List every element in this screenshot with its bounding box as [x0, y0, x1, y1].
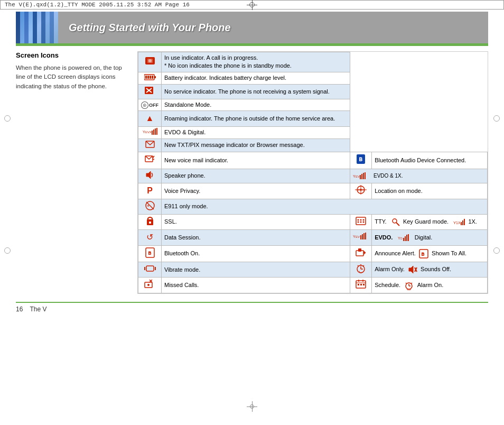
sounds-off-icon	[408, 265, 417, 274]
svg-point-45	[358, 221, 359, 223]
svg-line-82	[358, 265, 359, 266]
icon-description: Standalone Mode.	[162, 99, 350, 111]
svg-line-49	[396, 223, 399, 226]
screen-icons-table: In use indicator. A call is in progress.…	[138, 52, 488, 293]
left-description: Screen Icons When the phone is powered o…	[16, 51, 127, 294]
svg-text:D: D	[400, 237, 403, 240]
data-session-desc: Data Session.	[162, 230, 350, 245]
svg-point-44	[363, 219, 365, 220]
phone-in-use-icon	[145, 57, 155, 65]
svg-rect-29	[361, 174, 362, 179]
svg-point-2	[148, 59, 152, 62]
bluetooth-on-icon: ʙ	[145, 247, 155, 258]
svg-line-103	[406, 283, 407, 284]
crosshair-mark	[247, 0, 257, 10]
table-row: SSL.	[138, 214, 488, 229]
alarm-only-icon	[356, 264, 366, 273]
evdo-icon-row13: Y EV	[353, 233, 369, 240]
svg-point-46	[360, 221, 362, 223]
bottom-crosshair	[247, 401, 257, 412]
svg-rect-98	[360, 284, 362, 285]
table-row: Speaker phone. Y EV EVDO & 1X.	[138, 169, 488, 183]
icon-cell: ⊛ OFF	[138, 99, 162, 111]
table-row: In use indicator. A call is in progress.…	[138, 52, 488, 72]
crosshair-circle	[249, 2, 255, 7]
roaming-icon: ▲	[146, 114, 154, 123]
title-image	[16, 12, 58, 43]
icon-cell-evdo: Y EV	[350, 230, 372, 245]
icon-cell-bt: ʙ	[350, 152, 372, 169]
table-row: Battery indicator. Indicates battery cha…	[138, 72, 488, 84]
icon-description: New voice mail indicator.	[162, 152, 350, 169]
svg-point-47	[363, 221, 365, 223]
vibrate-desc: Vibrate mode.	[162, 262, 350, 278]
svg-rect-7	[150, 76, 151, 79]
no-service-icon	[144, 86, 156, 95]
evdo-digital-desc: EVDO. Y D Digital.	[372, 230, 488, 245]
svg-line-83	[363, 265, 364, 266]
svg-rect-5	[145, 76, 147, 79]
announce-shown-desc: Announce Alert. ʙ Shown To All.	[372, 245, 488, 262]
icon-description: New TXT/PIX message indicator or Browser…	[162, 138, 350, 152]
message-icon	[145, 141, 155, 148]
page-wrapper: The V(E).qxd(1.2)_TTY MODE 2005.11.25 3:…	[0, 0, 504, 425]
icon-cell	[138, 72, 162, 84]
missed-calls-desc: Missed Calls.	[162, 278, 350, 293]
table-row: Missed Calls.	[138, 278, 488, 293]
phone-name: The V	[30, 306, 46, 313]
svg-rect-54	[464, 219, 465, 225]
evdo-1x-icon: Y EV	[353, 172, 370, 180]
svg-text:+: +	[147, 204, 150, 208]
svg-rect-18	[156, 128, 157, 135]
tty-keyguard-1x-desc: TTY. Key Guard mode. Y 1X	[372, 214, 488, 229]
svg-point-71	[363, 252, 366, 254]
schedule-alarm-desc: Schedule. Alarm On.	[372, 278, 488, 293]
svg-rect-97	[358, 284, 359, 285]
icon-cell: ▲	[138, 111, 162, 126]
icon-cell: Y EV X	[138, 126, 162, 138]
svg-text:1X: 1X	[456, 221, 461, 225]
svg-rect-16	[153, 130, 154, 135]
svg-rect-99	[363, 284, 365, 285]
evdo-1x-description: Y EV EVDO & 1X.	[350, 169, 488, 183]
reg-mark-right-bottom	[493, 247, 500, 254]
icon-cell: P	[138, 183, 162, 199]
location-description: Location on mode.	[372, 183, 488, 199]
icon-description: In use indicator. A call is in progress.…	[162, 52, 350, 72]
key-icon	[391, 218, 400, 226]
reg-mark-right-top	[493, 115, 500, 122]
location-icon	[355, 185, 367, 195]
table-row: ⊛ OFF Standalone Mode.	[138, 99, 488, 111]
alarm-on-icon	[404, 281, 414, 290]
bt-on-desc: Bluetooth On.	[162, 245, 350, 262]
icon-cell	[138, 85, 162, 99]
ssl-icon	[146, 216, 154, 226]
icon-cell-missed	[138, 278, 162, 293]
standalone-icon: ⊛ OFF	[141, 101, 158, 109]
svg-rect-4	[154, 76, 156, 78]
svg-rect-64	[405, 236, 406, 241]
svg-text:ʙ: ʙ	[421, 251, 425, 257]
reg-mark-left-bottom	[4, 247, 11, 254]
svg-rect-57	[360, 235, 361, 239]
icon-description: Roaming indicator. The phone is outside …	[162, 111, 350, 126]
svg-rect-17	[155, 128, 156, 135]
section-description: When the phone is powered on, the top li…	[16, 63, 127, 91]
page-number: 16	[16, 306, 23, 313]
reg-mark-left-top	[4, 115, 11, 122]
svg-rect-66	[408, 234, 409, 241]
svg-rect-58	[362, 234, 363, 239]
svg-rect-63	[403, 238, 404, 241]
svg-marker-86	[409, 266, 413, 273]
crosshair-circle-bottom	[250, 404, 254, 409]
icon-description: E911 only mode.	[162, 199, 488, 214]
voicemail-icon	[145, 155, 155, 163]
svg-line-22	[153, 159, 154, 160]
svg-rect-6	[147, 76, 149, 79]
green-accent-bar	[16, 43, 488, 46]
tty-icon	[356, 217, 366, 225]
svg-text:X: X	[150, 131, 152, 134]
svg-rect-70	[358, 248, 361, 252]
svg-rect-76	[146, 266, 154, 271]
1x-signal-icon: Y 1X	[453, 218, 465, 226]
